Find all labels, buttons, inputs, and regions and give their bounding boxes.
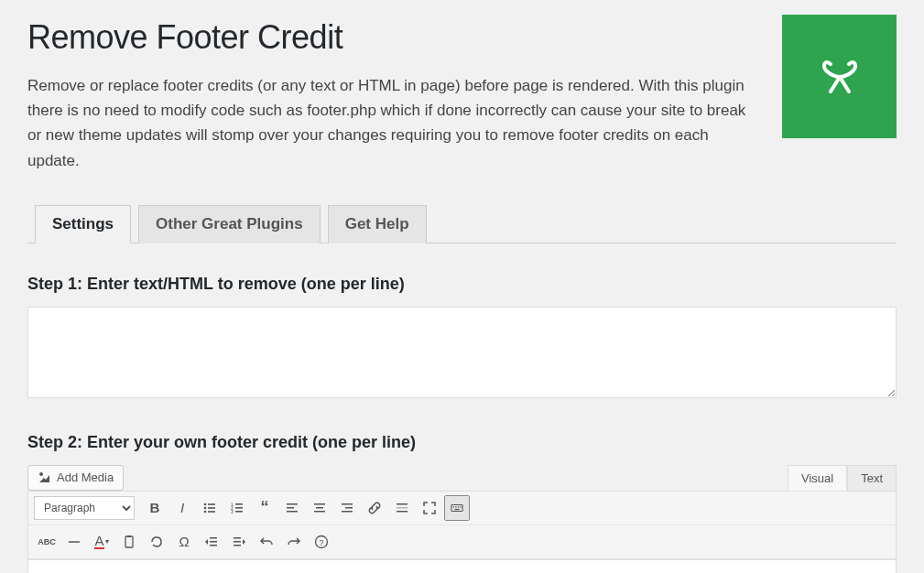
fullscreen-icon[interactable] (417, 495, 442, 521)
keyboard-icon[interactable] (444, 495, 470, 521)
clear-format-icon[interactable] (144, 529, 169, 555)
svg-rect-29 (454, 509, 459, 510)
svg-rect-23 (397, 511, 408, 513)
svg-rect-14 (287, 511, 298, 513)
svg-rect-27 (458, 506, 459, 507)
abc-icon[interactable]: ABC (34, 529, 60, 555)
page-description: Remove or replace footer credits (or any… (27, 73, 760, 173)
svg-rect-24 (451, 504, 462, 511)
toolbar-row-1: Paragraph B I 123 “ (28, 492, 896, 525)
tab-other-plugins[interactable]: Other Great Plugins (138, 205, 321, 243)
number-list-icon[interactable]: 123 (224, 495, 250, 521)
toolbar-row-2: ABC A▾ Ω ? (28, 525, 896, 559)
svg-point-4 (204, 510, 207, 513)
svg-rect-37 (234, 541, 241, 543)
svg-rect-11 (235, 511, 243, 513)
align-right-icon[interactable] (334, 495, 360, 521)
undo-icon[interactable] (254, 529, 279, 555)
link-icon[interactable] (362, 495, 387, 521)
editor-tab-text[interactable]: Text (847, 465, 897, 491)
svg-rect-16 (316, 507, 323, 509)
tab-get-help[interactable]: Get Help (328, 205, 427, 243)
step-1-label: Step 1: Enter text/HTML to remove (one p… (27, 275, 897, 294)
media-icon (38, 470, 52, 485)
svg-rect-30 (69, 541, 80, 543)
svg-point-0 (204, 503, 207, 505)
svg-rect-38 (234, 545, 241, 546)
svg-point-2 (204, 506, 207, 509)
format-select[interactable]: Paragraph (34, 496, 135, 520)
quote-icon[interactable]: “ (252, 495, 277, 521)
paste-text-icon[interactable] (116, 529, 142, 555)
svg-rect-7 (235, 503, 243, 505)
italic-icon[interactable]: I (169, 495, 195, 521)
svg-rect-19 (345, 507, 353, 509)
bullet-list-icon[interactable] (197, 495, 223, 521)
align-center-icon[interactable] (307, 495, 332, 521)
read-more-icon[interactable] (389, 495, 415, 521)
svg-rect-17 (314, 511, 325, 513)
step-2-label: Step 2: Enter your own footer credit (on… (27, 433, 897, 452)
svg-rect-1 (208, 503, 215, 505)
svg-rect-9 (235, 507, 243, 509)
svg-rect-15 (314, 503, 325, 505)
tab-settings[interactable]: Settings (35, 205, 131, 243)
svg-rect-21 (397, 503, 408, 505)
svg-rect-12 (287, 503, 298, 505)
svg-rect-28 (461, 506, 462, 507)
svg-rect-26 (455, 506, 456, 507)
nav-tabs: Settings Other Great Plugins Get Help (27, 204, 897, 243)
editor-content-area[interactable] (27, 560, 897, 573)
svg-rect-13 (287, 507, 294, 509)
svg-rect-34 (210, 541, 217, 543)
svg-rect-32 (127, 535, 131, 537)
hr-icon[interactable] (61, 529, 87, 555)
svg-rect-31 (125, 536, 133, 547)
text-color-icon[interactable]: A▾ (89, 529, 114, 555)
svg-rect-5 (208, 511, 215, 513)
svg-rect-33 (210, 537, 217, 539)
brand-logo (782, 15, 897, 138)
svg-rect-3 (208, 507, 215, 509)
redo-icon[interactable] (281, 529, 307, 555)
align-left-icon[interactable] (279, 495, 305, 521)
editor-tab-visual[interactable]: Visual (788, 465, 847, 491)
outdent-icon[interactable] (199, 529, 224, 555)
editor-toolbar: Paragraph B I 123 “ ABC A▾ Ω ? (27, 491, 897, 560)
add-media-button[interactable]: Add Media (27, 465, 124, 491)
svg-rect-35 (210, 545, 217, 546)
svg-rect-22 (397, 507, 408, 509)
add-media-label: Add Media (57, 470, 114, 484)
svg-text:?: ? (319, 537, 323, 546)
gift-bow-icon (818, 55, 862, 99)
help-icon[interactable]: ? (309, 529, 334, 555)
svg-text:3: 3 (231, 509, 234, 514)
bold-icon[interactable]: B (142, 495, 168, 521)
remove-text-textarea[interactable] (27, 307, 897, 398)
svg-rect-25 (453, 506, 454, 507)
page-title: Remove Footer Credit (27, 18, 764, 57)
svg-rect-36 (234, 537, 241, 539)
indent-icon[interactable] (226, 529, 252, 555)
special-char-icon[interactable]: Ω (171, 529, 197, 555)
svg-rect-20 (342, 511, 353, 513)
svg-rect-18 (342, 503, 353, 505)
